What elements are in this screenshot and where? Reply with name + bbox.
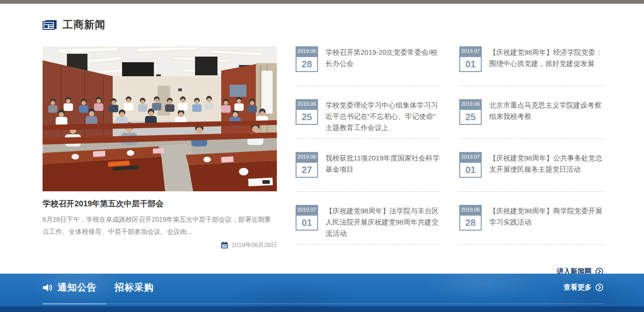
date-badge: 2019.07 01	[459, 152, 482, 178]
tab-bidding-label[interactable]: 招标采购	[115, 281, 154, 294]
tab-notices[interactable]: 通知公告	[43, 281, 97, 294]
notice-tabs: 通知公告 招标采购	[43, 281, 154, 294]
featured-excerpt: 6月28日下午，学校在阜成路校区召开2019年第五次中层干部会议，部署近期重点工…	[43, 214, 277, 238]
date-day: 01	[459, 162, 482, 178]
news-item[interactable]: 2019.07 01 【庆祝建党98周年】公共事务处党总支开展便民服务主题党日活…	[459, 152, 603, 192]
news-item[interactable]: 2019.07 01 【庆祝建党98周年】经济学院党委：围绕中心抓党建，抓好党建…	[459, 46, 603, 86]
news-title[interactable]: 我校获批11项2019年度国家社会科学基金项目	[326, 152, 440, 175]
date-day: 28	[459, 215, 482, 231]
date-badge: 2019.06 27	[296, 152, 318, 178]
news-title[interactable]: 学校党委理论学习中心组集体学习习近平总书记在“不忘初心、牢记使命”主题教育工作会…	[326, 99, 440, 133]
section-header: 工商新闻	[43, 4, 603, 32]
news-title[interactable]: 【庆祝建党98周年】公共事务处党总支开展便民服务主题党日活动	[489, 152, 603, 175]
news-title[interactable]: 【庆祝建党98周年】法学院与丰台区人民法院开展庆祝建党98周年共建交流活动	[326, 205, 440, 239]
featured-title[interactable]: 学校召开2019年第五次中层干部会	[43, 198, 277, 209]
date-badge: 2019.06 25	[296, 99, 318, 125]
arrow-circle-icon	[595, 268, 603, 274]
date-day: 01	[296, 215, 318, 231]
date-day: 25	[296, 109, 318, 125]
news-list-left: 2019.06 28 学校召开第2019-20次党委常委会/校长办公会 2019…	[296, 46, 440, 258]
date-month: 2019.07	[459, 152, 482, 162]
news-item[interactable]: 2019.06 28 学校召开第2019-20次党委常委会/校长办公会	[296, 46, 440, 86]
calendar-icon	[221, 241, 228, 249]
enter-news-link[interactable]: 进入新闻网	[43, 267, 603, 274]
date-day: 27	[296, 162, 318, 178]
date-day: 25	[459, 109, 482, 125]
featured-date-row: 2019年06月28日	[43, 241, 277, 249]
date-badge: 2019.07 01	[459, 46, 482, 72]
date-badge: 2019.07 01	[296, 205, 318, 231]
date-day: 28	[296, 56, 318, 72]
news-item[interactable]: 2019.06 25 北京市重点马克思主义学院建设考察组来我校考察	[459, 99, 603, 139]
tab-notices-label[interactable]: 通知公告	[58, 281, 97, 294]
news-item[interactable]: 2019.06 25 学校党委理论学习中心组集体学习习近平总书记在“不忘初心、牢…	[296, 99, 440, 139]
tab-bidding[interactable]: 招标采购	[115, 281, 154, 294]
date-day: 01	[459, 56, 482, 72]
news-title[interactable]: 学校召开第2019-20次党委常委会/校长办公会	[326, 46, 440, 69]
date-month: 2019.06	[459, 99, 482, 109]
top-divider-strip	[0, 0, 644, 4]
news-item[interactable]: 2019.06 27 我校获批11项2019年度国家社会科学基金项目	[296, 152, 440, 192]
date-month: 2019.07	[459, 46, 482, 56]
featured-article: 学校召开2019年第五次中层干部会 6月28日下午，学校在阜成路校区召开2019…	[43, 46, 277, 258]
date-badge: 2019.06 25	[459, 99, 482, 125]
date-month: 2019.06	[296, 99, 318, 109]
news-list-right: 2019.07 01 【庆祝建党98周年】经济学院党委：围绕中心抓党建，抓好党建…	[459, 46, 603, 258]
date-badge: 2019.06 28	[459, 205, 482, 231]
news-item[interactable]: 2019.07 01 【庆祝建党98周年】法学院与丰台区人民法院开展庆祝建党98…	[296, 205, 440, 245]
news-title[interactable]: 北京市重点马克思主义学院建设考察组来我校考察	[489, 99, 603, 122]
arrow-circle-icon	[595, 283, 603, 291]
tab-underline-track	[43, 304, 603, 304]
news-section: 工商新闻	[0, 4, 644, 274]
news-item[interactable]: 2019.06 28 【庆祝建党98周年】商学院党委开展学习实践活动	[459, 205, 603, 245]
featured-news-photo[interactable]	[43, 46, 277, 191]
speaker-icon	[43, 283, 53, 292]
active-tab-underline	[43, 303, 106, 305]
date-month: 2019.07	[296, 205, 318, 215]
date-month: 2019.06	[296, 46, 318, 56]
newspaper-icon	[43, 19, 57, 30]
notice-bar-inner: 通知公告 招标采购 查看更多	[0, 274, 644, 294]
news-title[interactable]: 【庆祝建党98周年】经济学院党委：围绕中心抓党建，抓好党建促发展	[489, 46, 603, 69]
enter-news-label[interactable]: 进入新闻网	[557, 267, 592, 274]
view-more-link[interactable]: 查看更多	[564, 283, 603, 292]
date-month: 2019.06	[296, 152, 318, 162]
news-columns: 学校召开2019年第五次中层干部会 6月28日下午，学校在阜成路校区召开2019…	[43, 46, 603, 258]
featured-date: 2019年06月28日	[232, 241, 277, 249]
news-title[interactable]: 【庆祝建党98周年】商学院党委开展学习实践活动	[489, 205, 603, 228]
view-more-label[interactable]: 查看更多	[564, 283, 592, 292]
section-title: 工商新闻	[63, 18, 106, 32]
date-month: 2019.06	[459, 205, 482, 215]
date-badge: 2019.06 28	[296, 46, 318, 72]
notice-bar: 通知公告 招标采购 查看更多	[0, 274, 644, 312]
